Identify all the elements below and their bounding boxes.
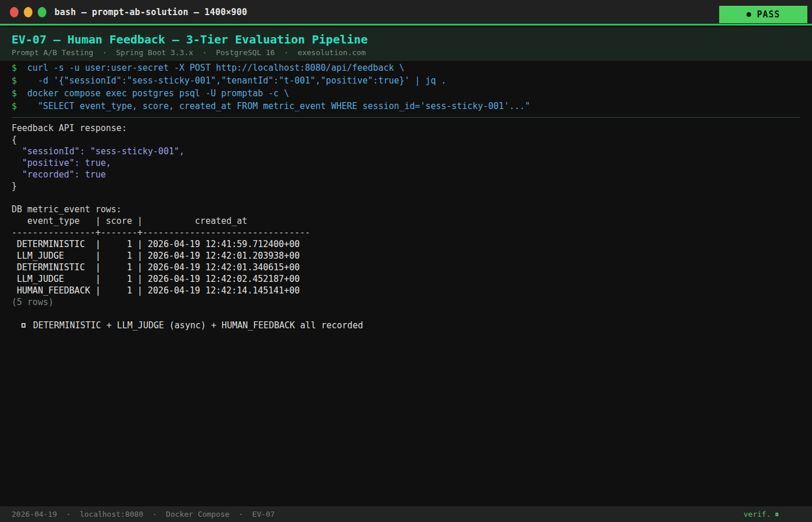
- status-bar: 2026-04-19 · localhost:8080 · Docker Com…: [0, 506, 812, 522]
- status-bar-info: 2026-04-19 · localhost:8080 · Docker Com…: [12, 510, 275, 519]
- command-text: -d '{"sessionId":"sess-sticky-001","tena…: [17, 75, 447, 86]
- command-text: curl -s -u user:user-secret -X POST http…: [17, 63, 404, 73]
- shell-prompt: $: [12, 101, 17, 111]
- terminal-output-area: $ curl -s -u user:user-secret -X POST ht…: [0, 61, 812, 506]
- json-line: "positive": true,: [12, 157, 812, 169]
- command-block: $ curl -s -u user:user-secret -X POST ht…: [12, 61, 812, 113]
- verif-label: verif.: [744, 510, 771, 519]
- close-button-icon[interactable]: [10, 7, 19, 17]
- table-row: LLM_JUDGE | 1 | 2026-04-19 12:42:01.2039…: [12, 250, 812, 262]
- verification-result-text: DETERMINISTIC + LLM_JUDGE (async) + HUMA…: [33, 320, 363, 331]
- pass-status-badge: PASS: [719, 6, 807, 23]
- command-text: "SELECT event_type, score, created_at FR…: [17, 101, 530, 111]
- blank-line: [12, 192, 812, 204]
- table-row: DETERMINISTIC | 1 | 2026-04-19 12:42:01.…: [12, 262, 812, 273]
- traffic-lights: [10, 7, 46, 17]
- verif-square-icon: [775, 513, 778, 516]
- table-row: HUMAN_FEEDBACK | 1 | 2026-04-19 12:42:14…: [12, 285, 812, 296]
- page-title: EV-07 — Human Feedback — 3-Tier Evaluati…: [12, 32, 812, 48]
- json-line: "sessionId": "sess-sticky-001",: [12, 146, 812, 157]
- command-line: $ "SELECT event_type, score, created_at …: [12, 100, 812, 113]
- command-line: $ -d '{"sessionId":"sess-sticky-001","te…: [12, 74, 812, 87]
- page-header: EV-07 — Human Feedback — 3-Tier Evaluati…: [0, 27, 812, 61]
- pass-badge-label: PASS: [757, 9, 780, 20]
- minimize-button-icon[interactable]: [24, 7, 32, 17]
- blank-line: [12, 308, 812, 320]
- maximize-button-icon[interactable]: [38, 7, 46, 17]
- command-text: docker compose exec postgres psql -U pro…: [17, 88, 289, 99]
- table-row: LLM_JUDGE | 1 | 2026-04-19 12:42:02.4521…: [12, 273, 812, 285]
- shell-prompt: $: [12, 63, 17, 73]
- table-header: event_type | score | created_at: [12, 215, 812, 227]
- window-titlebar: bash — prompt-ab-solution — 812×522 PAS…: [0, 0, 812, 26]
- status-dot-icon: [746, 12, 751, 17]
- command-line: $ curl -s -u user:user-secret -X POST ht…: [12, 61, 812, 74]
- table-row: DETERMINISTIC | 1 | 2026-04-19 12:41:59.…: [12, 238, 812, 250]
- json-open-brace: {: [12, 134, 812, 146]
- section-divider: [12, 117, 800, 118]
- page-subtitle: Prompt A/B Testing · Spring Boot 3.3.x ·…: [12, 48, 812, 58]
- command-line: $ docker compose exec postgres psql -U p…: [12, 87, 812, 100]
- api-response-label: Feedback API response:: [12, 122, 812, 134]
- check-square-icon: [21, 323, 26, 328]
- table-row-count: (5 rows): [12, 296, 812, 308]
- shell-prompt: $: [12, 75, 17, 86]
- window-title: bash — prompt-ab-solution — 812×522: [55, 7, 247, 17]
- shell-prompt: $: [12, 88, 17, 99]
- output-block: Feedback API response: { "sessionId": "s…: [12, 122, 812, 331]
- json-close-brace: }: [12, 180, 812, 192]
- verification-result-line: DETERMINISTIC + LLM_JUDGE (async) + HUMA…: [12, 320, 812, 331]
- status-bar-verif: verif.: [744, 510, 778, 519]
- table-divider: ----------------+-------+---------------…: [12, 227, 812, 238]
- db-section-label: DB metric_event rows:: [12, 204, 812, 215]
- json-line: "recorded": true: [12, 169, 812, 180]
